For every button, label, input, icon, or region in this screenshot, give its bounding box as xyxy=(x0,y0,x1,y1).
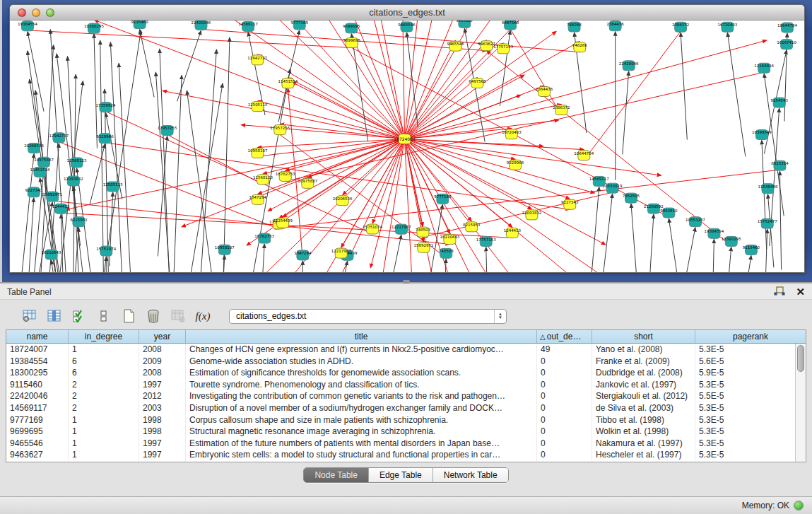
table-row[interactable]: 969969511998Structural magnetic resonanc… xyxy=(6,426,795,438)
table-cell: Dudbridge et al. (2008) xyxy=(592,367,695,379)
table-row[interactable]: 911546021997Tourette syndrome. Phenomeno… xyxy=(6,379,795,391)
svg-text:12942737: 12942737 xyxy=(247,56,267,60)
table-cell: 1 xyxy=(69,414,139,426)
table-cell: Estimation of the future numbers of pati… xyxy=(186,438,537,450)
svg-text:9329966: 9329966 xyxy=(507,160,524,165)
column-visibility-icon[interactable] xyxy=(46,308,63,325)
svg-text:9699695: 9699695 xyxy=(343,24,360,28)
svg-text:16210643: 16210643 xyxy=(42,250,61,255)
table-row[interactable]: 946362711997Embryonic stem cells: a mode… xyxy=(6,449,795,461)
scrollbar-thumb[interactable] xyxy=(797,345,804,372)
table-cell: Estimation of significance thresholds fo… xyxy=(186,367,537,379)
close-window-icon[interactable] xyxy=(18,8,26,17)
column-header-title[interactable]: title xyxy=(186,330,537,343)
tab-node-table[interactable]: Node Table xyxy=(304,468,369,482)
svg-text:11254439: 11254439 xyxy=(273,218,293,223)
delete-icon[interactable] xyxy=(145,308,162,325)
table-select-dropdown[interactable]: citations_edges.txt ▲▼ xyxy=(229,309,507,324)
table-cell: Genome-wide association studies in ADHD. xyxy=(186,356,537,368)
zoom-window-icon[interactable] xyxy=(46,8,54,17)
svg-text:20206536: 20206536 xyxy=(333,197,353,201)
table-cell: 2008 xyxy=(139,367,186,379)
table-row[interactable]: 1830029562008Estimation of significance … xyxy=(6,367,795,379)
column-header-in_degree[interactable]: in_degree xyxy=(69,330,139,343)
svg-text:2364436: 2364436 xyxy=(606,22,624,26)
table-cell: 0 xyxy=(537,426,592,438)
svg-text:10975887: 10975887 xyxy=(34,158,54,162)
network-canvas[interactable]: 1938455418300295911546022420046145691179… xyxy=(10,21,804,272)
table-cell: 1 xyxy=(69,426,139,438)
svg-text:16167410: 16167410 xyxy=(777,40,796,45)
table-cell: 2008 xyxy=(139,344,186,356)
svg-text:10975887: 10975887 xyxy=(298,179,317,183)
svg-text:6497568: 6497568 xyxy=(502,21,519,25)
column-header-name[interactable]: name xyxy=(6,330,69,343)
divider-grip-icon[interactable] xyxy=(403,280,410,284)
table-row[interactable]: 1938455462009Genome-wide association stu… xyxy=(6,356,795,368)
table-cell: 1998 xyxy=(139,426,186,438)
column-header-pagerank[interactable]: pagerank xyxy=(695,330,806,343)
svg-text:9227343: 9227343 xyxy=(561,200,579,204)
table-toolbar: f(x) citations_edges.txt ▲▼ xyxy=(6,303,806,329)
table-cell: 19384554 xyxy=(6,356,69,368)
table-cell: 2 xyxy=(69,379,139,391)
split-divider[interactable] xyxy=(0,282,812,284)
float-panel-icon[interactable] xyxy=(773,286,786,297)
table-row[interactable]: 2242004622012Investigating the contribut… xyxy=(6,390,795,402)
status-bar: Memory: OK xyxy=(0,496,812,514)
svg-text:11568123: 11568123 xyxy=(67,158,87,163)
svg-text:8815314: 8815314 xyxy=(771,161,789,165)
select-columns-icon[interactable] xyxy=(71,308,88,325)
minimize-window-icon[interactable] xyxy=(32,8,40,17)
tab-network-table[interactable]: Network Table xyxy=(433,468,508,482)
table-row[interactable]: 946554611997Estimation of the future num… xyxy=(6,438,795,450)
svg-text:17757153: 17757153 xyxy=(476,237,496,241)
svg-text:19384554: 19384554 xyxy=(18,22,37,26)
table-cell: 18724007 xyxy=(6,344,69,356)
new-file-icon[interactable] xyxy=(120,308,137,325)
table-cell: Yano et al. (2008) xyxy=(592,344,695,356)
svg-text:20553819: 20553819 xyxy=(603,184,623,188)
citation-network-graph[interactable]: 1938455418300295911546022420046145691179… xyxy=(10,21,804,272)
network-view-region: citations_edges.txt 19384554183002959115… xyxy=(0,0,812,282)
svg-text:748503: 748503 xyxy=(416,228,430,232)
svg-text:17757153: 17757153 xyxy=(493,45,513,49)
tab-edge-table[interactable]: Edge Table xyxy=(369,468,433,482)
table-cell: 1997 xyxy=(139,438,186,450)
table-cell: 0 xyxy=(537,367,592,379)
svg-text:12942737: 12942737 xyxy=(49,134,69,138)
svg-text:11451514: 11451514 xyxy=(278,79,298,83)
table-cell: 0 xyxy=(537,438,592,450)
table-row[interactable]: 1872400712008Changes of HCN gene express… xyxy=(6,344,795,356)
table-cell: 5.3E-5 xyxy=(695,438,795,450)
table-settings-icon[interactable] xyxy=(21,308,38,325)
table-header-row: namein_degreeyeartitle△out_de…shortpager… xyxy=(6,330,806,344)
table-panel-body: f(x) citations_edges.txt ▲▼ namein_degre… xyxy=(0,300,812,496)
table-cell: 5.3E-5 xyxy=(695,379,795,391)
rows-icon[interactable] xyxy=(95,308,112,325)
svg-text:12217987: 12217987 xyxy=(331,249,351,253)
table-row[interactable]: 1456911722003Disruption of a novel membe… xyxy=(6,402,795,414)
svg-text:10399349: 10399349 xyxy=(752,130,772,134)
column-header-out_de[interactable]: △out_de… xyxy=(537,330,592,343)
table-cell: 14569117 xyxy=(6,402,69,414)
table-cell: 9463627 xyxy=(6,449,69,461)
table-row[interactable]: 977716911998Corpus callosum shape and si… xyxy=(6,414,795,426)
close-panel-icon[interactable]: ✕ xyxy=(796,286,805,297)
column-header-year[interactable]: year xyxy=(139,330,186,343)
column-header-short[interactable]: short xyxy=(592,330,695,343)
svg-text:12164816: 12164816 xyxy=(754,64,774,68)
table-scrollbar[interactable] xyxy=(795,344,806,462)
network-window-title: citations_edges.txt xyxy=(369,7,445,18)
function-builder-icon[interactable]: f(x) xyxy=(194,308,211,325)
table-cell: Changes of HCN gene expression and I(f) … xyxy=(186,344,537,356)
table-cell: 1997 xyxy=(139,449,186,461)
table-cell: 5.3E-5 xyxy=(695,449,795,461)
import-table-icon[interactable] xyxy=(170,308,187,325)
svg-text:14569117: 14569117 xyxy=(238,22,258,26)
table-panel-title: Table Panel xyxy=(7,287,52,297)
svg-text:12217987: 12217987 xyxy=(392,225,411,229)
network-window: citations_edges.txt 19384554183002959115… xyxy=(9,4,805,273)
network-window-titlebar[interactable]: citations_edges.txt xyxy=(10,5,804,21)
svg-text:9465546: 9465546 xyxy=(398,23,416,27)
